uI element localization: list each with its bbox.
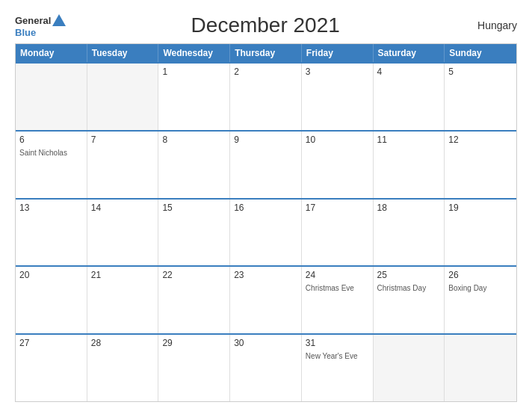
- calendar-cell: 11: [374, 132, 445, 198]
- day-number: 17: [306, 203, 369, 213]
- calendar-cell: 9: [230, 132, 302, 198]
- holiday-label: Christmas Eve: [306, 283, 369, 293]
- calendar-cell: 25Christmas Day: [374, 267, 445, 333]
- calendar-cell: [87, 64, 159, 130]
- calendar-cell: 30: [230, 335, 302, 401]
- logo: General Blue: [15, 14, 66, 37]
- calendar-cell: 10: [302, 132, 374, 198]
- calendar-cell: 18: [374, 200, 445, 266]
- day-number: 31: [306, 338, 369, 348]
- day-number: 11: [377, 135, 441, 145]
- calendar-cell: 12: [445, 132, 516, 198]
- calendar-grid: MondayTuesdayWednesdayThursdayFridaySatu…: [15, 43, 517, 402]
- calendar-cell: 31New Year's Eve: [302, 335, 374, 401]
- holiday-label: Christmas Day: [377, 283, 441, 293]
- day-number: 4: [377, 67, 441, 77]
- calendar-header-row: MondayTuesdayWednesdayThursdayFridaySatu…: [16, 44, 516, 62]
- calendar-cell: 15: [158, 200, 230, 266]
- day-number: 1: [162, 67, 226, 77]
- day-number: 5: [448, 67, 513, 77]
- holiday-label: Saint Nicholas: [19, 148, 83, 158]
- logo-blue-text: Blue: [15, 28, 36, 37]
- calendar-body: 123456Saint Nicholas78910111213141516171…: [16, 62, 516, 401]
- calendar-cell: 21: [87, 267, 159, 333]
- day-header-tuesday: Tuesday: [87, 44, 159, 62]
- day-number: 6: [19, 135, 83, 145]
- calendar-cell: 7: [87, 132, 159, 198]
- day-number: 16: [234, 203, 297, 213]
- day-header-monday: Monday: [16, 44, 87, 62]
- day-number: 14: [91, 203, 155, 213]
- day-number: 30: [234, 338, 297, 348]
- day-number: 22: [162, 270, 226, 280]
- calendar-cell: [374, 335, 445, 401]
- calendar-cell: 8: [158, 132, 230, 198]
- day-number: 15: [162, 203, 226, 213]
- day-number: 2: [234, 67, 297, 77]
- day-number: 9: [234, 135, 297, 145]
- calendar-cell: 4: [374, 64, 445, 130]
- day-number: 29: [162, 338, 226, 348]
- calendar-cell: 27: [16, 335, 87, 401]
- day-header-wednesday: Wednesday: [158, 44, 230, 62]
- day-number: 21: [91, 270, 155, 280]
- calendar-week-3: 13141516171819: [16, 198, 516, 266]
- holiday-label: Boxing Day: [448, 283, 513, 293]
- header: General Blue December 2021 Hungary: [15, 13, 517, 37]
- calendar-cell: [445, 335, 516, 401]
- day-number: 19: [448, 203, 513, 213]
- logo-general-text: General: [15, 16, 51, 25]
- day-number: 24: [306, 270, 369, 280]
- day-number: 13: [19, 203, 83, 213]
- calendar-cell: 22: [158, 267, 230, 333]
- day-header-friday: Friday: [302, 44, 374, 62]
- calendar-cell: [16, 64, 87, 130]
- calendar-cell: 23: [230, 267, 302, 333]
- calendar-week-5: 2728293031New Year's Eve: [16, 333, 516, 401]
- day-number: 18: [377, 203, 441, 213]
- day-number: 3: [306, 67, 369, 77]
- calendar-cell: 20: [16, 267, 87, 333]
- day-number: 28: [91, 338, 155, 348]
- calendar-cell: 6Saint Nicholas: [16, 132, 87, 198]
- calendar-cell: 14: [87, 200, 159, 266]
- day-header-thursday: Thursday: [230, 44, 302, 62]
- calendar-cell: 1: [158, 64, 230, 130]
- calendar-cell: 28: [87, 335, 159, 401]
- calendar-cell: 3: [302, 64, 374, 130]
- calendar-week-4: 2021222324Christmas Eve25Christmas Day26…: [16, 265, 516, 333]
- calendar-cell: 26Boxing Day: [445, 267, 516, 333]
- day-number: 12: [448, 135, 513, 145]
- day-number: 8: [162, 135, 226, 145]
- calendar-week-2: 6Saint Nicholas789101112: [16, 130, 516, 198]
- calendar-cell: 29: [158, 335, 230, 401]
- calendar-cell: 13: [16, 200, 87, 266]
- day-number: 23: [234, 270, 297, 280]
- calendar-cell: 17: [302, 200, 374, 266]
- logo-line1: General: [15, 14, 66, 28]
- calendar-week-1: 12345: [16, 62, 516, 130]
- day-number: 10: [306, 135, 369, 145]
- day-header-sunday: Sunday: [445, 44, 516, 62]
- calendar-cell: 2: [230, 64, 302, 130]
- logo-triangle-icon: [52, 14, 66, 26]
- calendar-cell: 24Christmas Eve: [302, 267, 374, 333]
- logo-block: General Blue: [15, 14, 66, 37]
- day-header-saturday: Saturday: [374, 44, 445, 62]
- day-number: 25: [377, 270, 441, 280]
- country-label: Hungary: [465, 19, 517, 31]
- day-number: 20: [19, 270, 83, 280]
- calendar-cell: 5: [445, 64, 516, 130]
- calendar-title: December 2021: [66, 13, 465, 37]
- day-number: 26: [448, 270, 513, 280]
- calendar-cell: 19: [445, 200, 516, 266]
- holiday-label: New Year's Eve: [306, 351, 369, 361]
- calendar-page: General Blue December 2021 Hungary Monda…: [0, 0, 532, 411]
- day-number: 7: [91, 135, 155, 145]
- calendar-cell: 16: [230, 200, 302, 266]
- day-number: 27: [19, 338, 83, 348]
